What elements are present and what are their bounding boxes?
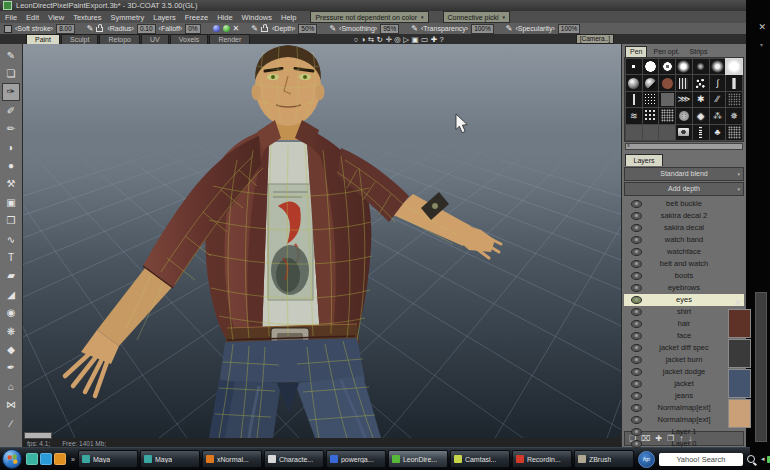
layer-visibility-icon[interactable] [631, 224, 642, 232]
shapes-tool[interactable]: ❏ [2, 64, 20, 82]
brush-tool[interactable]: ✑ [2, 83, 20, 101]
layer-row-layer-1[interactable]: Layer 1 [624, 426, 744, 438]
brush-grain[interactable] [726, 92, 742, 107]
layer-visibility-icon[interactable] [631, 200, 642, 208]
pencil-mask-tool[interactable]: ✐ [2, 101, 20, 119]
taskbar-button-zbrush[interactable]: ZBrush [574, 450, 634, 468]
layer-row-belt-and-watch[interactable]: belt and watch [624, 258, 744, 270]
zoom-icon[interactable]: ◎ [394, 35, 401, 44]
move-icon[interactable]: ✛ [385, 35, 391, 44]
menu-edit[interactable]: Edit [26, 13, 39, 22]
layer-row-sakira-decal[interactable]: sakira decal [624, 222, 744, 234]
brush-button[interactable]: ∷ [676, 108, 692, 123]
taskbar-button-maya[interactable]: Maya [78, 450, 138, 468]
depth-value[interactable]: 50% [298, 24, 317, 34]
quick-launch-mail-icon[interactable] [26, 453, 38, 465]
taskbar-button-characte[interactable]: Characte... [264, 450, 324, 468]
search-icon[interactable] [747, 455, 755, 463]
pen-pressure-icon[interactable]: ✎ [506, 25, 513, 33]
viewport-scrollbar-stub[interactable] [24, 432, 52, 439]
layer-row-hair[interactable]: hair [624, 318, 744, 330]
layer-visibility-icon[interactable] [631, 416, 642, 424]
brush-zipper[interactable] [693, 125, 709, 140]
layer-row-boots[interactable]: boots [624, 270, 744, 282]
menu-textures[interactable]: Textures [73, 13, 101, 22]
start-button[interactable] [2, 449, 22, 469]
brush-dot-cluster[interactable] [693, 75, 709, 90]
menu-freeze[interactable]: Freeze [185, 13, 208, 22]
pan-icon[interactable]: ⇆ [368, 35, 374, 44]
hp-badge-icon[interactable]: hp [638, 451, 655, 468]
tray-expand-chevron-icon[interactable] [761, 455, 765, 463]
image-tool[interactable]: ▣ [2, 193, 20, 211]
texture-thumb-jeans[interactable] [728, 369, 751, 398]
layer-visibility-icon[interactable] [631, 236, 642, 244]
viewport-canvas[interactable] [23, 44, 621, 438]
brush-brown-disc[interactable] [659, 75, 675, 90]
layers-panel-tab[interactable]: Layers [625, 154, 663, 166]
brush-faint-dot[interactable] [693, 59, 709, 74]
soft-stroke-checkbox[interactable] [4, 25, 12, 33]
orbit-icon[interactable]: ○ [354, 35, 359, 44]
brush-camera[interactable] [676, 125, 692, 140]
shade-sphere-icon[interactable]: ◑ [361, 35, 366, 44]
smudge-tool[interactable]: ◗ [2, 138, 20, 156]
brush-dot-grid[interactable] [643, 108, 659, 123]
clear-icon[interactable]: ✕ [233, 25, 240, 33]
pen-pressure-icon[interactable]: ✎ [87, 25, 94, 33]
brush-v-bar[interactable] [726, 75, 742, 90]
menu-view[interactable]: View [48, 13, 64, 22]
side-panel-scrollbar[interactable] [755, 292, 767, 442]
layer-row-jacket[interactable]: jacket [624, 378, 744, 390]
layer-row-sakira-decal-2[interactable]: sakira decal 2 [624, 210, 744, 222]
quick-launch-media-icon[interactable] [54, 453, 66, 465]
layer-row-belt-buckle[interactable]: belt buckle [624, 198, 744, 210]
butterfly-tool[interactable]: ⋈ [2, 395, 20, 413]
brush-soft-diamond[interactable]: ◆ [693, 108, 709, 123]
pen-pressure-icon[interactable]: ✎ [329, 25, 336, 33]
material-sphere-icon[interactable] [213, 25, 220, 32]
layer-visibility-icon[interactable] [631, 428, 642, 436]
lock-icon[interactable] [96, 27, 103, 32]
layer-visibility-icon[interactable] [631, 284, 642, 292]
tab-paint[interactable]: Paint [26, 34, 60, 44]
layer-row-eyebrows[interactable]: eyebrows [624, 282, 744, 294]
layer-visibility-icon[interactable] [631, 260, 642, 268]
layer-visibility-icon[interactable] [631, 368, 642, 376]
camera-button[interactable]: [Camera..] [576, 34, 614, 44]
texture-thumb-jacket[interactable] [728, 339, 751, 368]
layer-row-jacket-dodge[interactable]: jacket dodge [624, 366, 744, 378]
layer-row-shirt[interactable]: shirt [624, 306, 744, 318]
texture-thumb-decal[interactable] [728, 309, 751, 338]
tab-pen[interactable]: Pen [625, 46, 647, 57]
tab-strips[interactable]: Strips [686, 47, 712, 57]
brush-dot[interactable] [626, 59, 642, 74]
menu-hide[interactable]: Hide [217, 13, 232, 22]
chevron-down-icon[interactable] [760, 41, 763, 48]
rotate-icon[interactable]: ↻ [377, 35, 383, 44]
brush-splat[interactable]: ✱ [693, 92, 709, 107]
tab-sculpt[interactable]: Sculpt [61, 34, 98, 44]
brush-speckle[interactable] [643, 92, 659, 107]
brush-sphere[interactable] [626, 75, 642, 90]
layer-visibility-icon[interactable] [631, 392, 642, 400]
pen-tool[interactable]: ✎ [2, 46, 20, 64]
brush-squiggle[interactable]: ∫ [710, 75, 726, 90]
brush-grain-square[interactable] [726, 125, 742, 140]
layer-visibility-icon[interactable] [631, 404, 642, 412]
brush-scratches[interactable]: ∕∕ [710, 92, 726, 107]
blend-mode-dropdown[interactable]: Standard blend ▾ [624, 167, 744, 181]
layer-visibility-icon[interactable] [631, 212, 642, 220]
brush-dense-noise[interactable] [659, 108, 675, 123]
brush-soft-glow[interactable] [710, 59, 726, 74]
transparency-value[interactable]: 100% [471, 24, 494, 34]
pick-mode-dropdown[interactable]: Connective picki ▾ [443, 11, 510, 23]
brush-waves[interactable]: ≋ [626, 108, 642, 123]
radius-value[interactable]: 0.10 [137, 24, 156, 34]
brush-starburst[interactable]: ✵ [726, 108, 742, 123]
eye-tool[interactable]: ◉ [2, 303, 20, 321]
layer-visibility-icon[interactable] [631, 440, 642, 448]
brush-grid-scrollbar[interactable] [625, 143, 743, 150]
depth-mode-dropdown[interactable]: Add depth ▾ [624, 182, 744, 196]
brush-soft-disc[interactable] [676, 59, 692, 74]
